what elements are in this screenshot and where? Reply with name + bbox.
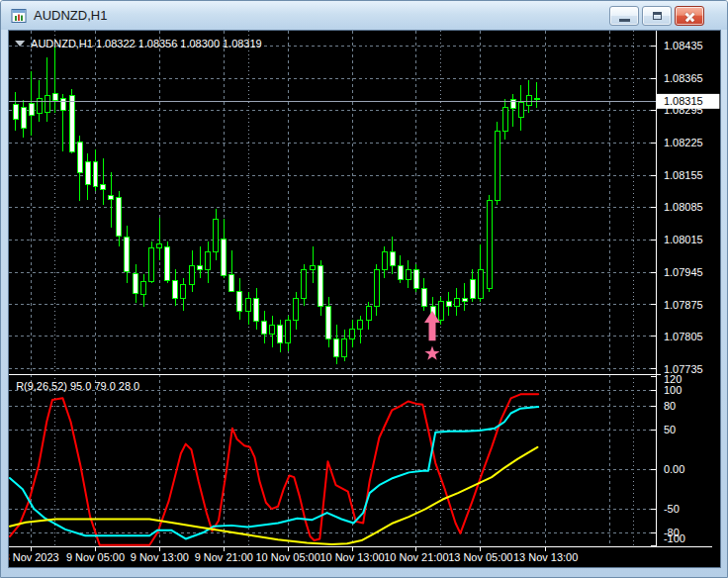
candle-body bbox=[60, 98, 65, 110]
candle-body bbox=[29, 103, 34, 115]
candle-body bbox=[286, 321, 291, 343]
candle-body bbox=[294, 298, 299, 321]
candle-body bbox=[109, 195, 114, 199]
candle-body bbox=[487, 200, 492, 288]
close-button[interactable] bbox=[675, 6, 704, 26]
chart-client-area[interactable]: 1.083151.084351.083651.082951.082251.081… bbox=[8, 30, 721, 568]
candle-body bbox=[446, 302, 451, 307]
candle-body bbox=[495, 131, 500, 200]
candle-body bbox=[93, 161, 98, 186]
candle-body bbox=[13, 104, 18, 119]
candle-body bbox=[52, 93, 57, 100]
indicator-axis-label: -50 bbox=[664, 503, 680, 515]
candle-body bbox=[21, 107, 26, 128]
restore-button[interactable] bbox=[642, 6, 672, 26]
main-chart-pane[interactable] bbox=[9, 31, 656, 374]
candle-body bbox=[173, 280, 178, 298]
price-axis-label: 1.07945 bbox=[664, 266, 703, 278]
candle bbox=[487, 195, 492, 292]
candle-body bbox=[413, 269, 418, 288]
mt4-chart-window: AUDNZD,H1 1.083151.084351.083651.082951.… bbox=[0, 0, 728, 578]
candle-body bbox=[502, 107, 507, 131]
window-titlebar[interactable]: AUDNZD,H1 bbox=[1, 1, 727, 30]
time-axis-label: 10 Nov 21:00 bbox=[384, 551, 448, 563]
candle-body bbox=[69, 95, 74, 151]
candle-body bbox=[229, 274, 234, 291]
candle-body bbox=[311, 265, 316, 269]
candle-body bbox=[518, 102, 523, 117]
candle-body bbox=[246, 298, 251, 312]
time-axis-label: 10 Nov 13:00 bbox=[319, 551, 384, 563]
candle bbox=[165, 241, 170, 283]
indicator-axis-label: -100 bbox=[664, 532, 685, 544]
candle-body bbox=[470, 279, 475, 298]
candle bbox=[318, 260, 323, 316]
ohlc-header-text: AUDNZD,H1 1.08322 1.08356 1.08300 1.0831… bbox=[31, 38, 262, 49]
candle-body bbox=[302, 269, 307, 298]
price-axis-label: 1.07875 bbox=[664, 299, 703, 311]
candle-body bbox=[262, 322, 267, 335]
price-axis-label: 1.07805 bbox=[664, 331, 703, 342]
time-axis-label: 13 Nov 05:00 bbox=[448, 551, 512, 563]
candle-body bbox=[237, 291, 242, 312]
window-controls bbox=[609, 6, 704, 26]
candle-body bbox=[318, 265, 323, 307]
candle-body bbox=[141, 281, 146, 294]
time-axis-label: 8 Nov 2023 bbox=[9, 551, 59, 563]
price-axis-label: 1.08225 bbox=[664, 137, 703, 148]
candle-body bbox=[454, 298, 459, 307]
minimize-icon bbox=[619, 19, 630, 22]
price-axis-label: 1.08015 bbox=[664, 234, 703, 245]
candle-body bbox=[421, 288, 426, 307]
indicator-header-text: R(9,26,52) 95.0 79.0 28.0 bbox=[16, 380, 139, 392]
time-axis-label: 10 Nov 05:00 bbox=[256, 551, 320, 563]
candle bbox=[149, 241, 154, 283]
candle-body bbox=[149, 247, 154, 281]
chart-window-icon[interactable] bbox=[11, 8, 27, 24]
candle-body bbox=[165, 246, 170, 280]
close-icon bbox=[676, 7, 703, 25]
candle-body bbox=[222, 239, 227, 275]
candle-body bbox=[206, 251, 211, 269]
time-axis-label: 9 Nov 13:00 bbox=[131, 551, 189, 563]
candle bbox=[69, 89, 74, 153]
candle-body bbox=[85, 161, 90, 184]
price-axis-label: 1.08435 bbox=[664, 40, 703, 51]
time-axis-label: 9 Nov 05:00 bbox=[66, 551, 125, 563]
candle-body bbox=[534, 98, 539, 99]
candle-body bbox=[198, 265, 203, 269]
candle-body bbox=[462, 298, 467, 302]
candle-body bbox=[117, 197, 122, 236]
candle-body bbox=[157, 243, 162, 247]
candle-body bbox=[350, 330, 355, 339]
price-axis-label: 1.08085 bbox=[664, 201, 703, 213]
candle-body bbox=[254, 298, 259, 322]
candle-body bbox=[45, 95, 49, 112]
window-title: AUDNZD,H1 bbox=[34, 8, 107, 23]
candle-body bbox=[326, 307, 331, 339]
indicator-pane[interactable] bbox=[9, 375, 656, 546]
candle-body bbox=[181, 284, 186, 298]
candle-body bbox=[510, 99, 515, 108]
candle-body bbox=[406, 269, 410, 279]
minimize-button[interactable] bbox=[609, 6, 639, 26]
indicator-axis-label: 50 bbox=[664, 424, 676, 435]
candle-body bbox=[342, 339, 347, 357]
candle-body bbox=[358, 321, 363, 330]
candle-body bbox=[382, 251, 387, 269]
ohlc-header: AUDNZD,H1 1.08322 1.08356 1.08300 1.0831… bbox=[15, 38, 262, 49]
candle-body bbox=[270, 326, 275, 335]
price-axis-label: 1.08295 bbox=[664, 104, 703, 116]
candle-body bbox=[77, 142, 82, 172]
candle-body bbox=[101, 184, 106, 189]
price-axis-label: 1.08155 bbox=[664, 169, 703, 181]
candle-body bbox=[134, 273, 138, 293]
candle-body bbox=[125, 237, 130, 271]
candle bbox=[413, 264, 418, 292]
restore-icon bbox=[653, 12, 662, 20]
chart-canvas[interactable]: 1.083151.084351.083651.082951.082251.081… bbox=[9, 31, 720, 567]
candle-body bbox=[37, 98, 42, 113]
indicator-axis-label: 80 bbox=[664, 400, 676, 412]
candle-body bbox=[398, 265, 403, 279]
candle-body bbox=[526, 95, 531, 105]
